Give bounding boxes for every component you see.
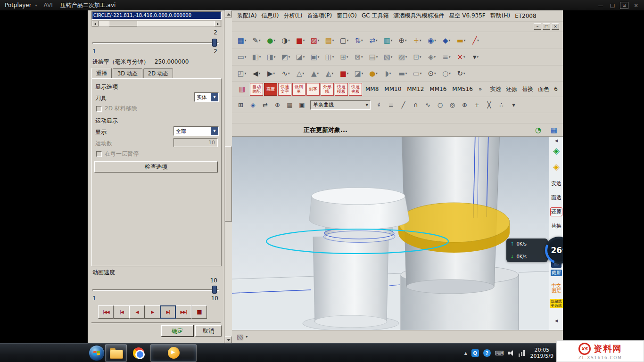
tray-help-icon[interactable]: ? xyxy=(483,349,491,357)
taskbar-chrome-button[interactable] xyxy=(128,344,149,362)
tab-2d-dynamic[interactable]: 2D 动态 xyxy=(143,68,173,79)
toolbar-icon[interactable]: ● xyxy=(366,67,380,80)
view-mode-button[interactable]: 实透 xyxy=(490,85,501,93)
network-icon[interactable] xyxy=(519,350,525,356)
taskbar-explorer-button[interactable] xyxy=(105,344,127,362)
toolbar-icon[interactable]: ▾ xyxy=(469,50,483,64)
check-options-button[interactable]: 检查选项 xyxy=(94,161,218,173)
toolbar-icon[interactable]: ■ xyxy=(293,34,307,47)
size-preset-button[interactable]: MM8 xyxy=(365,86,379,92)
display-select[interactable]: 全部 xyxy=(173,126,219,136)
toolbar-icon[interactable]: + xyxy=(410,34,424,47)
toolbar-icon[interactable]: ⊕ xyxy=(272,99,283,111)
menu-item[interactable]: GC 工具箱 xyxy=(359,11,391,21)
toolbar-icon[interactable]: ⊞ xyxy=(337,50,351,64)
tray-expand-icon[interactable]: ▲ xyxy=(464,351,467,355)
collapse-arrow-icon[interactable]: ◀ xyxy=(550,139,562,143)
toolbar-icon[interactable]: ⇅ xyxy=(352,34,366,47)
view-mode-button[interactable]: 面色 xyxy=(538,85,549,93)
toolbar-icon[interactable]: ▧ xyxy=(381,50,395,64)
toolbar-icon[interactable]: ◫ xyxy=(322,50,337,64)
menu-item[interactable]: 首选项(P) xyxy=(305,11,335,21)
view-mode-button[interactable]: 还原 xyxy=(506,85,517,93)
solid-translucent-button[interactable]: 实透 xyxy=(550,180,562,187)
toolbar-icon[interactable]: ⊡ xyxy=(410,50,424,64)
child-minimize-button[interactable]: – xyxy=(534,23,541,30)
toolbar-icon[interactable]: ■ xyxy=(337,67,351,80)
quick-macro-button[interactable]: 自动装配 xyxy=(250,83,263,96)
toolbar-icon[interactable]: ∿ xyxy=(279,67,293,80)
tray-keyboard-icon[interactable]: ⌨ xyxy=(495,350,504,357)
scroll-thumb[interactable] xyxy=(225,146,232,222)
toolbar-icon[interactable]: ∩ xyxy=(410,99,421,111)
toolbar-icon[interactable]: ▥ xyxy=(381,34,395,47)
toolbar-icon[interactable]: ⇄ xyxy=(366,34,380,47)
quick-macro-button[interactable]: 做料单 xyxy=(292,83,305,96)
scroll-left-arrow-icon[interactable] xyxy=(92,21,99,26)
timer-icon[interactable]: ◔ xyxy=(535,126,541,134)
taskbar-clock[interactable]: 20:05 2019/5/9 xyxy=(530,347,553,359)
cancel-button[interactable]: 取消 xyxy=(195,325,222,337)
gcode-listbox[interactable]: CIRCLE/-221.811,-18.416,0.000,0.000000 xyxy=(91,11,222,20)
toolbar-icon[interactable]: ♯ xyxy=(373,99,385,111)
menu-item[interactable]: 星空 V6.935F xyxy=(446,11,487,21)
tab-3d-dynamic[interactable]: 3D 动态 xyxy=(113,68,142,79)
start-button[interactable] xyxy=(89,345,105,361)
scroll-up-arrow-icon[interactable] xyxy=(225,10,232,17)
scroll-thumb[interactable] xyxy=(109,21,137,26)
viewport-3d[interactable]: ◀ ◈ ◈ 实透 面透 还原 替换 ▣ 截屏 中文 图层 隐藏线 变齿线 ◀ xyxy=(232,137,563,330)
toolbar-icon[interactable]: ╱ xyxy=(469,34,483,47)
checkbox-pause-each-layer[interactable]: 在每一层暂停 xyxy=(96,150,139,158)
toolbar-icon[interactable]: ▢ xyxy=(337,34,351,47)
toolbar-icon[interactable]: ● xyxy=(264,34,278,47)
frame-slider[interactable] xyxy=(92,39,219,47)
view-mode-button[interactable]: 6 xyxy=(554,86,558,92)
toolbar-icon[interactable]: ▤ xyxy=(366,50,380,64)
toolbar-icon[interactable]: ◉ xyxy=(425,34,439,47)
toolbar-icon[interactable]: ▾ xyxy=(508,99,520,111)
minimize-button[interactable]: — xyxy=(596,2,605,9)
toolbar-icon[interactable]: ◎ xyxy=(446,99,458,111)
close-button[interactable]: × xyxy=(632,2,640,9)
toolbar-icon[interactable]: ▨ xyxy=(308,34,322,47)
size-preset-button[interactable]: MM16 xyxy=(429,86,446,92)
size-preset-button[interactable]: MM516 xyxy=(452,86,473,92)
menu-item[interactable]: 帮助(H) xyxy=(488,11,512,21)
toolbar-icon[interactable]: ⇄ xyxy=(259,99,271,111)
playback-button[interactable]: ▶ xyxy=(145,305,160,319)
playback-button[interactable]: |◀ xyxy=(114,305,129,319)
size-preset-button[interactable]: MM10 xyxy=(384,86,401,92)
playback-button[interactable]: ◀ xyxy=(129,305,145,319)
list-h-scrollbar[interactable] xyxy=(91,20,222,27)
dropdown-arrow-icon[interactable] xyxy=(211,127,218,135)
playback-button[interactable]: ▶▶| xyxy=(176,305,191,319)
toolbar-icon[interactable]: ▣ xyxy=(308,50,322,64)
chinese-layer-button[interactable]: 中文 图层 xyxy=(550,283,562,293)
volume-icon[interactable] xyxy=(508,350,514,356)
playback-button[interactable]: |◀◀ xyxy=(98,305,114,319)
toolbar-icon[interactable]: ⊞ xyxy=(235,99,247,111)
toolbar-icon[interactable]: ◈ xyxy=(247,99,259,111)
tab-replay[interactable]: 重播 xyxy=(91,68,112,79)
menu-item[interactable]: 信息(I) xyxy=(259,11,281,21)
toolbar-icon[interactable]: ╳ xyxy=(483,99,495,111)
toolbar-icon[interactable]: ▤ xyxy=(322,34,337,47)
app-menu-button[interactable]: Potplayer xyxy=(5,2,32,8)
face-translucent-button[interactable]: 面透 xyxy=(550,194,562,201)
playback-button[interactable]: ■ xyxy=(191,305,207,319)
overflow-chevron-icon[interactable]: » xyxy=(479,86,482,92)
tray-search-icon[interactable]: Q xyxy=(471,349,479,357)
curve-type-select[interactable]: 单条曲线 xyxy=(310,100,371,110)
slider-thumb[interactable] xyxy=(212,39,217,47)
collapse-arrow-icon[interactable]: ◀ xyxy=(550,319,562,323)
toolbar-icon[interactable]: ▦ xyxy=(235,34,249,47)
toolbar-icon[interactable]: ≡ xyxy=(439,50,454,64)
hidden-line-button[interactable]: 隐藏线 变齿线 xyxy=(550,299,563,308)
size-preset-button[interactable]: MM12 xyxy=(407,86,424,92)
child-restore-button[interactable]: ▢ xyxy=(543,23,550,30)
toolbar-icon[interactable]: ▲ xyxy=(308,67,322,80)
scroll-right-arrow-icon[interactable] xyxy=(215,21,221,26)
toolbar-icon[interactable]: ∴ xyxy=(495,99,507,111)
net-speed-widget[interactable]: ↑ 0K/s ↓ 0K/s 26 % xyxy=(506,237,563,264)
quick-macro-button[interactable]: 外形线 xyxy=(321,83,334,96)
